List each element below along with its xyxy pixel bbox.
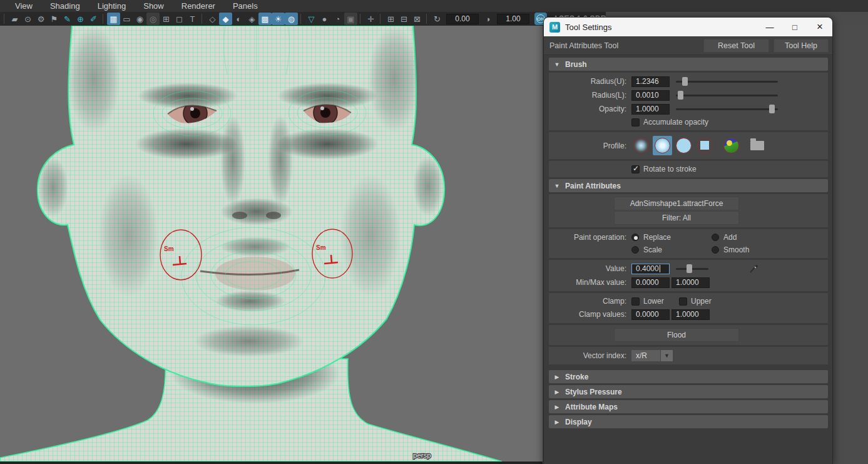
min-value-input[interactable]: 0.0000 (631, 277, 670, 288)
tool-help-button[interactable]: Tool Help (774, 39, 829, 53)
safe-title-icon[interactable]: T (186, 13, 199, 25)
smooth-label: Smooth (723, 245, 749, 254)
window-titlebar[interactable]: M Tool Settings — □ × (544, 18, 832, 36)
bookmark-icon[interactable]: ⚑ (48, 13, 61, 25)
opacity-input[interactable]: 1.0000 (631, 104, 670, 115)
pan-zoom-icon[interactable]: ⊕ (74, 13, 87, 25)
resolution-gate-icon[interactable]: ◉ (133, 13, 146, 25)
section-header-stroke[interactable]: ▶Stroke (549, 370, 828, 383)
grease-pencil-icon[interactable]: ✐ (87, 13, 100, 25)
toolbar-separator (202, 14, 203, 24)
exposure-input[interactable]: 0.00 (446, 14, 479, 24)
section-header-stylus-pressure[interactable]: ▶Stylus Pressure (549, 385, 828, 398)
rotate-to-stroke-checkbox[interactable] (631, 165, 640, 173)
menu-lighting[interactable]: Lighting (89, 1, 135, 11)
clamp-min-input[interactable]: 0.0000 (631, 309, 670, 320)
accumulate-opacity-label: Accumulate opacity (643, 118, 708, 126)
menu-shading[interactable]: Shading (41, 1, 89, 11)
filter-button[interactable]: Filter: All (614, 211, 739, 225)
value-input[interactable]: 0.4000 (631, 264, 670, 274)
clamp-values-label: Clamp values: (549, 310, 631, 319)
maximize-button[interactable]: □ (782, 18, 807, 36)
profile-soft-icon[interactable] (653, 136, 672, 155)
snapshot-icon[interactable]: ⊠ (411, 13, 424, 25)
clamp-max-input[interactable]: 1.0000 (671, 309, 710, 320)
menu-renderer[interactable]: Renderer (173, 1, 224, 11)
shaded-icon[interactable]: ◆ (219, 13, 232, 25)
default-lighting-icon[interactable]: ☀ (272, 13, 285, 25)
radius-u-input[interactable]: 1.2346 (631, 76, 670, 87)
value-label: Value: (549, 264, 631, 273)
smooth-radio[interactable] (712, 246, 719, 254)
safe-action-icon[interactable]: ◻ (173, 13, 186, 25)
minimize-button[interactable]: — (757, 18, 782, 36)
exposure-icon[interactable]: ↻ (431, 13, 444, 25)
highlight-icon[interactable]: ◐ (232, 13, 245, 25)
shadows-icon[interactable]: ◍ (285, 13, 298, 25)
flood-button[interactable]: Flood (614, 328, 739, 342)
reset-tool-button[interactable]: Reset Tool (703, 39, 769, 53)
profile-image-icon[interactable] (722, 136, 741, 155)
section-header-paint-attributes[interactable]: ▼ Paint Attributes (549, 179, 828, 192)
value-slider[interactable] (676, 264, 708, 274)
close-button[interactable]: × (807, 18, 832, 36)
copy-region-icon[interactable]: ⊞ (384, 13, 397, 25)
textured-icon[interactable]: ◈ (245, 13, 258, 25)
scale-radio[interactable] (631, 246, 639, 254)
section-header-brush[interactable]: ▼ Brush (549, 58, 828, 71)
chevron-down-icon: ▼ (661, 350, 673, 361)
lock-camera-icon[interactable]: ⊙ (21, 13, 34, 25)
gamma-input[interactable]: 1.00 (497, 14, 529, 24)
vector-index-dropdown[interactable]: x/R ▼ (631, 350, 673, 361)
collapse-arrow-icon: ▶ (549, 419, 565, 425)
use-all-lights-icon[interactable]: ▩ (258, 13, 272, 25)
isolate-select-icon[interactable]: ▣ (344, 13, 357, 25)
clamp-lower-checkbox[interactable] (631, 297, 640, 306)
gate-mask-icon[interactable]: ◎ (146, 13, 160, 25)
replace-label: Replace (643, 233, 671, 242)
image-plane-icon[interactable]: ✎ (61, 13, 74, 25)
section-header-attribute-maps[interactable]: ▶Attribute Maps (549, 400, 828, 413)
profile-gaussian-icon[interactable] (631, 136, 651, 155)
occlusion-sphere-icon[interactable]: ● (318, 13, 331, 25)
profile-square-icon[interactable] (695, 136, 715, 155)
opacity-label: Opacity: (549, 105, 631, 113)
radius-u-slider[interactable] (676, 76, 778, 86)
opacity-slider[interactable] (676, 104, 778, 114)
window-title: Tool Settings (565, 23, 757, 32)
paste-region-icon[interactable]: ⊟ (397, 13, 411, 25)
toolbar-separator (300, 14, 302, 24)
select-cursor-icon[interactable]: ✛ (364, 13, 377, 25)
collapse-arrow-icon: ▶ (549, 389, 565, 395)
film-gate-icon[interactable]: ▭ (120, 13, 133, 25)
wireframe-icon[interactable]: ◇ (206, 13, 219, 25)
menu-view[interactable]: View (6, 1, 41, 11)
radius-l-input[interactable]: 0.0010 (631, 90, 670, 101)
clamp-upper-checkbox[interactable] (679, 297, 687, 306)
section-header-display[interactable]: ▶Display (549, 415, 828, 428)
camera-attributes-icon[interactable]: ⚙ (34, 13, 48, 25)
add-radio[interactable] (712, 234, 719, 241)
attribute-select-button[interactable]: AdnSimshape1.attractForce (614, 197, 739, 210)
menu-panels[interactable]: Panels (224, 1, 267, 11)
viewport[interactable]: Sm Sm persp (0, 26, 543, 461)
menu-show[interactable]: Show (135, 1, 173, 11)
camera-icon[interactable]: ▰ (8, 13, 21, 25)
grid-icon[interactable]: ▦ (107, 13, 120, 25)
viewport-canvas: Sm Sm persp (0, 26, 543, 461)
ground-shadow-icon[interactable]: ▽ (305, 13, 318, 25)
motion-blur-icon[interactable]: ◔ (331, 13, 344, 25)
eyedropper-icon[interactable] (748, 263, 760, 274)
accumulate-opacity-checkbox[interactable] (631, 118, 640, 126)
viewport-menu-bar: ViewShadingLightingShowRendererPanels (0, 0, 868, 12)
browse-profile-folder-icon[interactable] (750, 141, 764, 150)
clamp-upper-label: Upper (691, 297, 712, 306)
gamma-icon[interactable]: ◑ (481, 13, 494, 25)
field-chart-icon[interactable]: ⊞ (160, 13, 173, 25)
replace-radio[interactable] (631, 234, 639, 241)
profile-solid-icon[interactable] (674, 136, 693, 155)
collapse-arrow-icon: ▶ (549, 374, 565, 380)
radius-l-slider[interactable] (676, 90, 778, 100)
max-value-input[interactable]: 1.0000 (671, 277, 710, 288)
clamp-lower-label: Lower (643, 297, 664, 306)
